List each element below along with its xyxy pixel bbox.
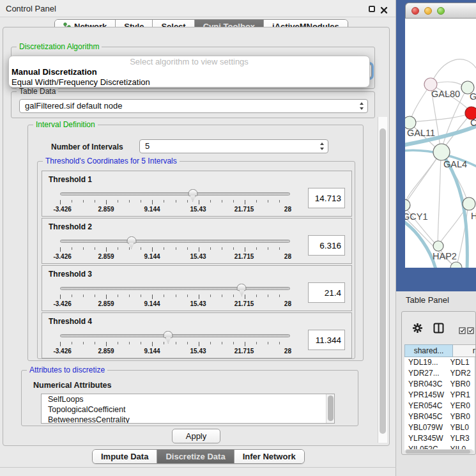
thresholds-group: Threshold's Coordinates for 5 Intervals … — [37, 161, 355, 359]
threshold-label: Threshold 2 — [49, 222, 92, 231]
column-selector-icon[interactable] — [433, 323, 444, 336]
scale-label: -3.426 — [53, 206, 71, 213]
apply-button[interactable]: Apply — [172, 429, 220, 443]
slider-track[interactable] — [60, 192, 290, 196]
network-view-canvas[interactable]: GAL80 GA C GAL11 GAL4 GCY1 H HAP2 — [405, 19, 476, 268]
close-icon[interactable] — [380, 5, 388, 13]
table-row[interactable]: YBR043CYBR0 — [404, 379, 474, 390]
scale-label: 2.859 — [98, 253, 114, 260]
scale-label: 9.144 — [144, 206, 160, 213]
scrollbar-thumb[interactable] — [380, 128, 386, 434]
threshold-3-slider[interactable]: -3.426 2.859 9.144 15.43 21.715 28 — [60, 284, 290, 309]
scale-label: 21.715 — [234, 253, 254, 260]
scale-label: 28 — [284, 300, 291, 307]
threshold-1-panel: Threshold 1 -3.426 2.859 9.144 15.43 21.… — [42, 171, 352, 217]
panel-scrollbar[interactable] — [378, 117, 387, 443]
slider-scale-labels: -3.426 2.859 9.144 15.43 21.715 28 — [60, 253, 290, 261]
table-panel-title: Table Panel — [406, 295, 449, 305]
group-title: Attributes to discretize — [27, 365, 107, 374]
table-row[interactable]: YDR27...YDR2 — [404, 368, 474, 379]
table-row[interactable]: YBR045CYBR0 — [404, 411, 474, 422]
table-row[interactable]: YBL079WYBL0 — [404, 422, 474, 433]
interval-definition-group: Interval Definition Number of Intervals … — [27, 125, 364, 361]
threshold-3-panel: Threshold 3 -3.426 2.859 9.144 15.43 21.… — [42, 265, 352, 311]
threshold-4-slider[interactable]: -3.426 2.859 9.144 15.43 21.715 28 — [60, 331, 290, 357]
slider-track[interactable] — [60, 287, 290, 290]
tab-impute-data[interactable]: Impute Data — [93, 450, 157, 463]
threshold-2-value-field[interactable] — [308, 235, 345, 256]
slider-thumb[interactable] — [164, 331, 173, 342]
scale-label: 15.43 — [190, 253, 206, 260]
algorithm-dropdown-popup: Select algorithm to view settings Manual… — [8, 56, 370, 88]
threshold-1-value-field[interactable] — [308, 188, 345, 208]
scale-label: -3.426 — [53, 300, 71, 307]
select-all-checkbox-icon[interactable] — [459, 325, 466, 337]
scale-label: 21.715 — [234, 206, 254, 213]
node-label-partial: C — [470, 118, 476, 128]
node-partial-bottom[interactable] — [450, 262, 462, 268]
table-settings-gear-icon[interactable] — [412, 323, 423, 336]
table-horizontal-scrollbar[interactable] — [405, 449, 473, 454]
table-row[interactable]: YPR145WYPR1 — [404, 390, 474, 401]
slider-ticks — [60, 342, 291, 346]
slider-scale-labels: -3.426 2.859 9.144 15.43 21.715 28 — [60, 348, 290, 355]
table-row[interactable]: YLR345WYLR3 — [404, 433, 474, 444]
slider-scale-labels: -3.426 2.859 9.144 15.43 21.715 28 — [60, 206, 290, 213]
dropdown-hint: Select algorithm to view settings — [12, 57, 367, 67]
tab-infer-network[interactable]: Infer Network — [234, 450, 304, 463]
float-window-icon[interactable] — [369, 6, 375, 12]
column-header-shared-name[interactable]: shared... — [404, 344, 453, 357]
table-row[interactable]: YER054CYER0 — [404, 401, 474, 411]
node-h[interactable] — [463, 197, 475, 210]
number-of-intervals-combobox[interactable]: 5 — [139, 139, 328, 153]
cyni-toolbox-panel: Discretization Algorithm Select algorith… — [3, 27, 390, 446]
tab-discretize-data[interactable]: Discretize Data — [157, 450, 233, 463]
dropdown-option-equal-width[interactable]: Equal Width/Frequency Discretization — [12, 77, 367, 88]
list-item[interactable]: TopologicalCoefficient — [42, 404, 334, 415]
slider-track[interactable] — [60, 334, 290, 337]
network-window-titlebar[interactable] — [405, 3, 476, 19]
threshold-2-slider[interactable]: -3.426 2.859 9.144 15.43 21.715 28 — [60, 236, 290, 262]
threshold-1-slider[interactable]: -3.426 2.859 9.144 15.43 21.715 28 — [60, 189, 290, 215]
scrollbar-thumb[interactable] — [406, 450, 470, 454]
tab-label: Infer Network — [243, 452, 296, 461]
deselect-checkbox-icon[interactable] — [467, 325, 474, 337]
scale-label: 15.43 — [190, 300, 206, 307]
zoom-traffic-light-icon[interactable] — [437, 7, 445, 15]
minimize-traffic-light-icon[interactable] — [424, 7, 432, 15]
scale-label: 9.144 — [144, 348, 160, 355]
table-row[interactable]: YDL19...YDL1 — [404, 357, 474, 368]
node-hap2[interactable] — [433, 241, 443, 251]
slider-thumb[interactable] — [188, 189, 197, 201]
threshold-3-value-field[interactable] — [308, 282, 345, 303]
number-of-intervals-label: Number of Intervals — [51, 142, 123, 151]
list-item[interactable]: BetweennessCentrality — [42, 415, 334, 424]
divider — [0, 467, 396, 468]
slider-scale-labels: -3.426 2.859 9.144 15.43 21.715 28 — [60, 300, 290, 308]
node-gal4[interactable] — [433, 144, 450, 160]
column-header-name[interactable]: na — [453, 344, 476, 357]
node-gal11[interactable] — [405, 116, 416, 129]
node-label-gal11: GAL11 — [407, 128, 435, 138]
close-traffic-light-icon[interactable] — [411, 7, 419, 15]
list-item[interactable]: SelfLoops — [42, 394, 334, 404]
node-label-partial: H — [471, 211, 476, 221]
numerical-attributes-list[interactable]: SelfLoops TopologicalCoefficient Between… — [41, 394, 335, 424]
dropdown-option-manual[interactable]: Manual Discretization — [12, 67, 367, 77]
node-gcy1[interactable] — [405, 199, 410, 211]
combo-arrows-icon — [319, 142, 325, 155]
table-data-combobox[interactable]: galFiltered.sif default node — [19, 99, 368, 113]
scale-label: -3.426 — [53, 348, 71, 355]
slider-thumb[interactable] — [237, 284, 247, 295]
threshold-label: Threshold 3 — [49, 270, 92, 279]
tab-label: Discretize Data — [165, 452, 225, 461]
slider-thumb[interactable] — [127, 236, 136, 248]
threshold-4-panel: Threshold 4 -3.426 2.859 9.144 15.43 21.… — [42, 312, 352, 358]
scale-label: 21.715 — [234, 348, 254, 355]
scale-label: 2.859 — [98, 300, 114, 307]
slider-track[interactable] — [60, 240, 290, 243]
threshold-4-value-field[interactable] — [308, 330, 345, 350]
slider-ticks — [60, 200, 291, 204]
group-title: Interval Definition — [33, 120, 98, 129]
list-scrollbar[interactable] — [326, 394, 334, 423]
